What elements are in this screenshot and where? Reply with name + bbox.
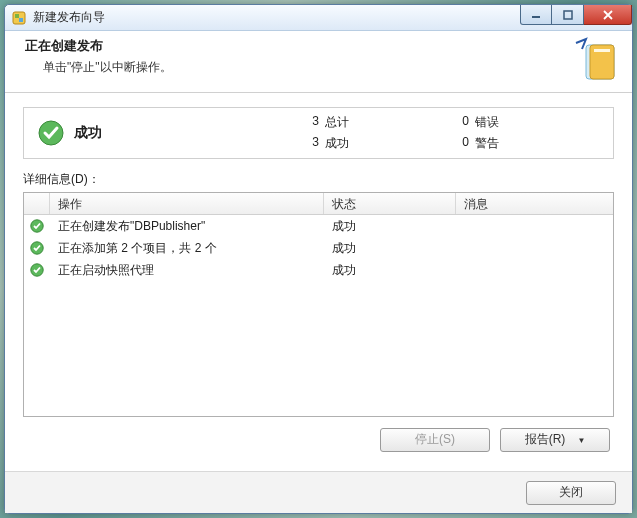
close-wizard-button[interactable]: 关闭 xyxy=(526,481,616,505)
svg-rect-1 xyxy=(15,14,19,18)
close-icon xyxy=(602,9,614,21)
row-success-icon xyxy=(24,241,50,255)
success-count: 3 xyxy=(299,135,319,152)
total-label: 总计 xyxy=(325,114,349,131)
warning-count: 0 xyxy=(449,135,469,152)
svg-rect-7 xyxy=(594,49,610,52)
grid-body: 正在创建发布"DBPublisher"成功正在添加第 2 个项目，共 2 个成功… xyxy=(24,215,613,416)
header-icon xyxy=(572,37,618,83)
svg-rect-4 xyxy=(564,11,572,19)
window-title: 新建发布向导 xyxy=(33,9,105,26)
app-icon xyxy=(11,10,27,26)
footer: 关闭 xyxy=(5,471,632,513)
page-subtitle: 单击"停止"以中断操作。 xyxy=(43,59,616,76)
success-label: 成功 xyxy=(325,135,349,152)
col-message[interactable]: 消息 xyxy=(456,193,613,214)
page-title: 正在创建发布 xyxy=(25,37,616,55)
details-grid: 操作 状态 消息 正在创建发布"DBPublisher"成功正在添加第 2 个项… xyxy=(23,192,614,417)
details-label: 详细信息(D)： xyxy=(23,171,614,188)
action-buttons: 停止(S) 报告(R)▼ xyxy=(23,417,614,461)
row-status: 成功 xyxy=(324,218,456,235)
titlebar[interactable]: 新建发布向导 xyxy=(5,5,632,31)
chevron-down-icon: ▼ xyxy=(577,436,585,445)
row-operation: 正在创建发布"DBPublisher" xyxy=(50,218,324,235)
error-count: 0 xyxy=(449,114,469,131)
minimize-button[interactable] xyxy=(520,5,552,25)
page-body: 成功 3总计 3成功 0错误 0警告 详细信息(D)： 操作 状态 消息 正在创… xyxy=(5,93,632,471)
report-button-label: 报告(R) xyxy=(525,432,566,446)
window-buttons xyxy=(520,5,632,25)
summary-box: 成功 3总计 3成功 0错误 0警告 xyxy=(23,107,614,159)
col-operation[interactable]: 操作 xyxy=(50,193,324,214)
success-icon xyxy=(38,120,64,146)
table-row[interactable]: 正在启动快照代理成功 xyxy=(24,259,613,281)
row-success-icon xyxy=(24,263,50,277)
minimize-icon xyxy=(531,10,541,20)
grid-header: 操作 状态 消息 xyxy=(24,193,613,215)
table-row[interactable]: 正在创建发布"DBPublisher"成功 xyxy=(24,215,613,237)
report-button[interactable]: 报告(R)▼ xyxy=(500,428,610,452)
row-status: 成功 xyxy=(324,240,456,257)
error-label: 错误 xyxy=(475,114,499,131)
wizard-window: 新建发布向导 正在创建发布 单击"停止"以中断操作。 xyxy=(4,4,633,514)
close-button[interactable] xyxy=(584,5,632,25)
summary-status: 成功 xyxy=(74,124,299,142)
warning-label: 警告 xyxy=(475,135,499,152)
row-success-icon xyxy=(24,219,50,233)
stop-button-label: 停止(S) xyxy=(415,432,455,446)
row-operation: 正在添加第 2 个项目，共 2 个 xyxy=(50,240,324,257)
page-header: 正在创建发布 单击"停止"以中断操作。 xyxy=(5,31,632,93)
maximize-icon xyxy=(563,10,573,20)
svg-rect-2 xyxy=(19,18,23,22)
maximize-button[interactable] xyxy=(552,5,584,25)
svg-rect-3 xyxy=(532,16,540,18)
row-operation: 正在启动快照代理 xyxy=(50,262,324,279)
table-row[interactable]: 正在添加第 2 个项目，共 2 个成功 xyxy=(24,237,613,259)
stop-button[interactable]: 停止(S) xyxy=(380,428,490,452)
close-button-label: 关闭 xyxy=(559,485,583,499)
row-status: 成功 xyxy=(324,262,456,279)
total-count: 3 xyxy=(299,114,319,131)
col-icon[interactable] xyxy=(24,193,50,214)
col-status[interactable]: 状态 xyxy=(324,193,456,214)
